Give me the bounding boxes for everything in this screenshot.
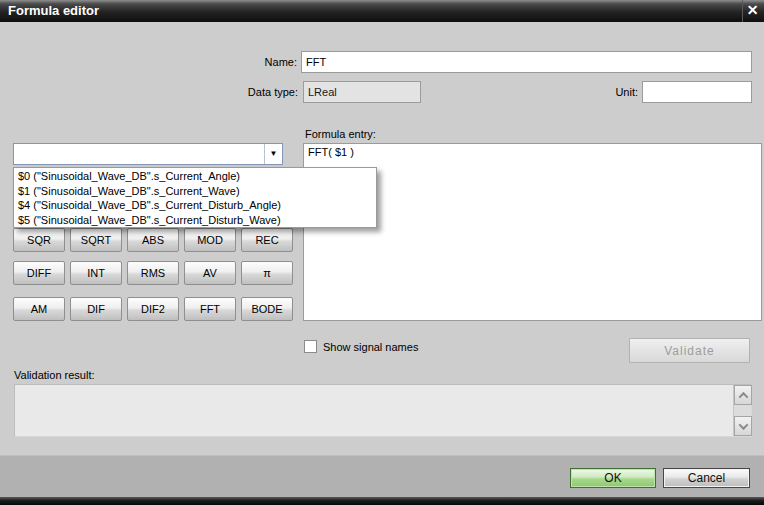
close-icon[interactable]: ✕ <box>742 0 762 22</box>
keypad-button-sqrt[interactable]: SQRT <box>70 228 122 252</box>
show-signal-names-checkbox[interactable] <box>304 340 317 353</box>
formula-editor-dialog: Formula editor ✕ Name: Data type: Unit: … <box>0 0 764 505</box>
keypad-row-1: SQR SQRT ABS MOD REC <box>13 228 293 252</box>
variable-combo-input[interactable] <box>14 144 264 164</box>
unit-input[interactable] <box>642 81 752 103</box>
combo-dropdown-button[interactable]: ▼ <box>264 144 282 164</box>
show-signal-names-label: Show signal names <box>323 341 418 353</box>
validate-button[interactable]: Validate <box>629 338 750 363</box>
cancel-button[interactable]: Cancel <box>663 468 750 488</box>
keypad-button-pi[interactable]: π <box>241 261 293 285</box>
keypad-row-3: AM DIF DIF2 FFT BODE <box>13 297 293 321</box>
name-input[interactable] <box>301 51 752 73</box>
keypad-button-rec[interactable]: REC <box>241 228 293 252</box>
chevron-down-icon: ▼ <box>270 150 278 158</box>
validation-result-box <box>14 384 752 437</box>
variable-combobox[interactable]: ▼ <box>13 143 283 165</box>
keypad-button-mod[interactable]: MOD <box>184 228 236 252</box>
dropdown-item[interactable]: $5 ("Sinusoidal_Wave_DB".s_Current_Distu… <box>14 213 376 228</box>
keypad-row-2: DIFF INT RMS AV π <box>13 261 293 285</box>
validation-scrollbar[interactable] <box>733 385 751 436</box>
bottom-edge-bar <box>0 497 764 505</box>
keypad-button-abs[interactable]: ABS <box>127 228 179 252</box>
dropdown-item[interactable]: $4 ("Sinusoidal_Wave_DB".s_Current_Distu… <box>14 198 376 213</box>
dropdown-item[interactable]: $1 ("Sinusoidal_Wave_DB".s_Current_Wave) <box>14 184 376 199</box>
keypad-button-bode[interactable]: BODE <box>241 297 293 321</box>
keypad-button-dif[interactable]: DIF <box>70 297 122 321</box>
dropdown-item[interactable]: $0 ("Sinusoidal_Wave_DB".s_Current_Angle… <box>14 169 376 184</box>
title-bar: Formula editor ✕ <box>0 0 764 22</box>
data-type-input <box>303 81 421 103</box>
scroll-up-button[interactable] <box>734 385 752 405</box>
keypad-button-dif2[interactable]: DIF2 <box>127 297 179 321</box>
chevron-up-icon <box>738 391 748 401</box>
keypad-button-am[interactable]: AM <box>13 297 65 321</box>
keypad-button-fft[interactable]: FFT <box>184 297 236 321</box>
variable-dropdown-list: $0 ("Sinusoidal_Wave_DB".s_Current_Angle… <box>13 167 377 228</box>
keypad-button-sqr[interactable]: SQR <box>13 228 65 252</box>
dialog-title: Formula editor <box>8 0 99 22</box>
validation-result-label: Validation result: <box>14 369 95 381</box>
ok-button[interactable]: OK <box>570 468 656 488</box>
keypad-button-av[interactable]: AV <box>184 261 236 285</box>
scroll-down-button[interactable] <box>734 416 752 436</box>
keypad-button-int[interactable]: INT <box>70 261 122 285</box>
unit-label: Unit: <box>578 86 638 98</box>
keypad-button-diff[interactable]: DIFF <box>13 261 65 285</box>
chevron-down-icon <box>738 420 748 430</box>
keypad-button-rms[interactable]: RMS <box>127 261 179 285</box>
data-type-label: Data type: <box>180 86 298 98</box>
name-label: Name: <box>180 56 297 68</box>
formula-entry-label: Formula entry: <box>305 128 376 140</box>
